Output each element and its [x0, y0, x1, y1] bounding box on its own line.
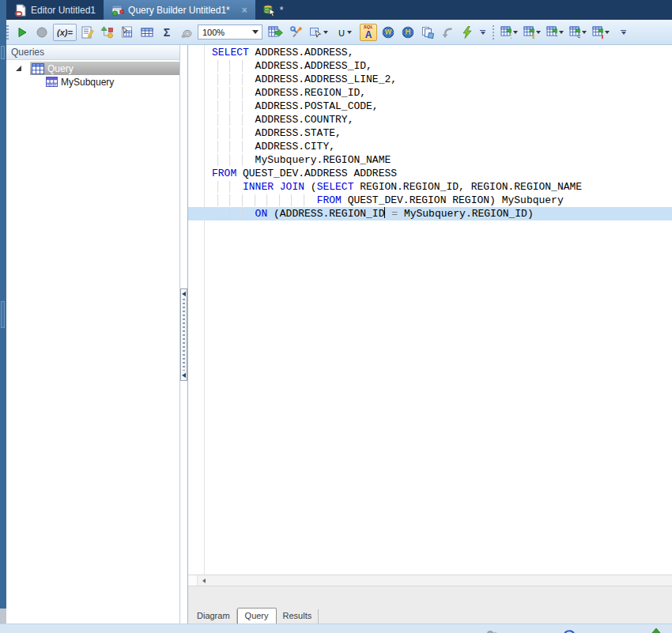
view-tabs: Diagram Query Results	[188, 607, 672, 624]
code-line[interactable]: ADDRESS.CITY,	[188, 140, 672, 153]
refresh-icon	[564, 628, 575, 633]
tab-editor-untitled1[interactable]: Editor Untitled1	[6, 0, 104, 20]
variables-button[interactable]: (x)=	[53, 24, 77, 41]
code-line[interactable]: FROM QUEST_DEV.REGION REGION) MySubquery	[188, 194, 672, 207]
dropdown-arrow-icon	[513, 31, 518, 34]
document-tabbar: Editor Untitled1 Query Builder Untitled1…	[0, 0, 672, 20]
stop-button[interactable]	[33, 24, 51, 41]
code-segment-keyword: ON	[255, 208, 268, 220]
tab-query[interactable]: Query	[237, 608, 277, 624]
export-chart-button[interactable]	[591, 24, 612, 41]
tab-label: Editor Untitled1	[31, 5, 96, 16]
toolbar-overflow-icon[interactable]	[619, 28, 628, 36]
combobox-arrow-icon	[252, 30, 259, 34]
export-chart-icon	[592, 26, 603, 39]
indent-guides	[212, 87, 255, 99]
indent-guides	[212, 60, 255, 72]
subquery-table-icon	[46, 77, 58, 87]
dropdown-arrow-icon	[347, 31, 352, 34]
expand-collapse-icon[interactable]	[16, 66, 21, 71]
tree-item-label: MySubquery	[61, 77, 114, 88]
editor-document-icon	[14, 4, 27, 17]
code-line[interactable]: ADDRESS.ADDRESS_ID,	[188, 59, 672, 73]
export-link-button[interactable]	[568, 24, 589, 41]
query-diagram-button[interactable]	[99, 24, 116, 41]
export-excel-icon: X	[500, 26, 512, 39]
code-line[interactable]: FROM QUEST_DEV.ADDRESS ADDRESS	[188, 167, 672, 180]
tab-query-builder-untitled1[interactable]: Query Builder Untitled1* ×	[104, 0, 255, 20]
web-h-icon: H	[402, 26, 414, 39]
code-line[interactable]: ADDRESS.STATE,	[188, 126, 672, 140]
query-table-button[interactable]	[119, 24, 136, 41]
tree-item-mysubquery[interactable]: MySubquery	[6, 75, 179, 89]
totals-button[interactable]: Σ	[158, 24, 176, 41]
scroll-left-icon	[202, 578, 206, 583]
code-line[interactable]: ADDRESS.COUNTRY,	[188, 113, 672, 126]
zoom-combobox[interactable]: 100%	[198, 24, 262, 40]
code-segment-plain: ADDRESS.CITY,	[255, 141, 335, 153]
union-button[interactable]: ∪	[334, 24, 357, 41]
code-segment-keyword: SELECT	[317, 181, 354, 193]
auto-layout-button[interactable]	[178, 24, 195, 41]
web-w-button[interactable]: W	[379, 24, 397, 41]
variables-icon: (x)=	[57, 28, 73, 37]
criteria-grid-icon	[141, 26, 153, 39]
collapse-left-icon	[182, 373, 186, 378]
code-line[interactable]: SELECT ADDRESS.ADDRESS,	[188, 46, 672, 59]
copy-button[interactable]	[419, 24, 436, 41]
code-line[interactable]: ADDRESS.ADDRESS_LINE_2,	[188, 73, 672, 86]
tab-diagram[interactable]: Diagram	[191, 609, 237, 624]
code-segment-plain: ADDRESS.COUNTRY,	[255, 114, 354, 126]
union-icon: ∪	[338, 26, 345, 39]
splitter-collapse-handle[interactable]	[180, 288, 187, 381]
tab-unsaved[interactable]: *	[255, 0, 292, 20]
optimize-button[interactable]	[459, 24, 476, 41]
strip-grip-handle[interactable]	[1, 301, 5, 328]
horizontal-scrollbar[interactable]	[188, 575, 672, 586]
copy-icon	[421, 26, 434, 39]
tab-close-icon[interactable]: ×	[242, 5, 247, 16]
code-line[interactable]: ADDRESS.REGION_ID,	[188, 86, 672, 100]
code-segment-plain: ADDRESS.STATE,	[255, 127, 342, 139]
run-button[interactable]	[13, 24, 31, 41]
gear-icon	[486, 628, 499, 633]
code-segment-plain: ADDRESS.ADDRESS_LINE_2,	[255, 73, 397, 85]
indent-guides	[212, 114, 255, 126]
export-run-button[interactable]	[523, 24, 543, 41]
paste-button[interactable]	[439, 24, 456, 41]
code-segment-plain: ADDRESS.POSTAL_CODE,	[255, 100, 379, 112]
tools-button[interactable]	[288, 24, 305, 41]
web-h-button[interactable]: H	[399, 24, 417, 41]
indent-guides	[212, 73, 255, 85]
tree-item-query[interactable]: Query	[6, 62, 179, 75]
tab-results[interactable]: Results	[277, 609, 319, 624]
criteria-grid-button[interactable]	[138, 24, 156, 41]
code-segment-plain: REGION.REGION_ID, REGION.REGION_NAME	[353, 181, 582, 193]
send-to-editor-icon	[268, 26, 283, 39]
toolbar-separator	[493, 25, 494, 40]
queries-panel-title: Queries	[6, 45, 179, 60]
code-line-current[interactable]: ON (ADDRESS.REGION_ID = MySubquery.REGIO…	[188, 207, 672, 220]
code-segment-keyword: SELECT	[212, 47, 249, 58]
indent-guides	[212, 194, 317, 206]
syntax-check-button[interactable]: SQL A	[360, 24, 377, 41]
queries-panel: Queries Query	[6, 45, 180, 624]
toolbar-overflow-icon[interactable]	[478, 28, 487, 36]
code-segment-plain: ADDRESS.ADDRESS_ID,	[255, 60, 372, 72]
arrow-up-icon	[651, 628, 662, 633]
edit-query-button[interactable]	[79, 24, 96, 41]
sql-code-view[interactable]: SELECT ADDRESS.ADDRESS, ADDRESS.ADDRESS_…	[188, 45, 672, 575]
select-mode-button[interactable]	[308, 24, 331, 41]
export-excel-button[interactable]: X	[500, 24, 520, 41]
code-segment-keyword: FROM	[317, 194, 342, 206]
strip-grip-handle[interactable]	[1, 46, 5, 59]
code-line[interactable]: MySubquery.REGION_NAME	[188, 153, 672, 167]
scroll-left-button[interactable]	[198, 575, 210, 586]
docked-panel-strip[interactable]	[0, 0, 6, 624]
code-line[interactable]: ADDRESS.POSTAL_CODE,	[188, 100, 672, 113]
tab-label: Query Builder Untitled1*	[128, 5, 230, 16]
main-region: Queries Query	[6, 45, 672, 624]
code-line[interactable]: INNER JOIN (SELECT REGION.REGION_ID, REG…	[188, 180, 672, 194]
send-to-editor-button[interactable]	[265, 24, 285, 41]
export-append-button[interactable]: +	[546, 24, 566, 41]
